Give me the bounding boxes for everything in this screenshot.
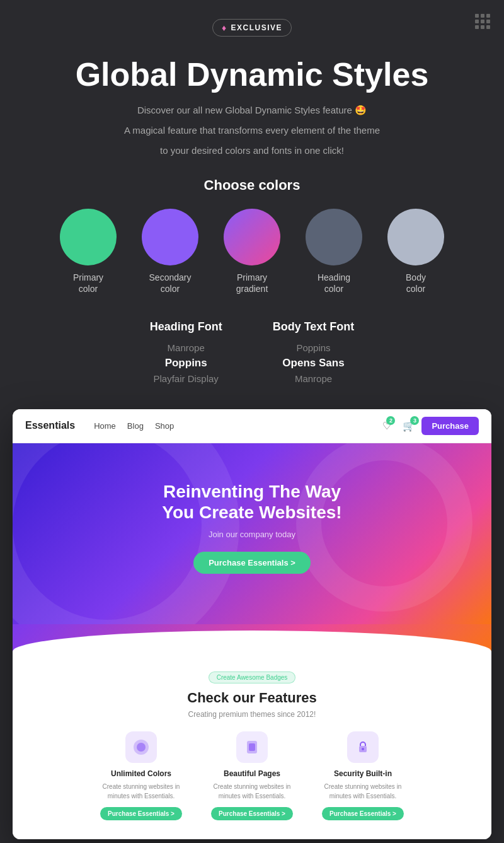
preview-card: Essentials Home Blog Shop ♡ 2 🛒 3 Purcha… <box>13 409 491 839</box>
heading-color-circle[interactable] <box>306 209 362 265</box>
feature-security-icon <box>347 731 379 763</box>
feature-security-title: Security Built-in <box>312 769 413 778</box>
body-color-label: Bodycolor <box>406 272 426 294</box>
preview-logo: Essentials <box>25 420 75 431</box>
color-item-primary: Primarycolor <box>57 209 120 294</box>
preview-purchase-button[interactable]: Purchase <box>421 417 479 435</box>
features-badge: Create Awesome Badges <box>209 671 296 683</box>
gradient-color-circle[interactable] <box>224 209 280 265</box>
feature-item-security: Security Built-in Create stunning websit… <box>312 731 413 820</box>
body-font-title: Body Text Font <box>273 320 355 334</box>
heading-font-title: Heading Font <box>150 320 222 334</box>
wave-divider <box>13 624 491 656</box>
nav-link-home[interactable]: Home <box>94 421 116 431</box>
primary-color-label: Primarycolor <box>73 272 103 294</box>
color-item-secondary: Secondarycolor <box>139 209 202 294</box>
preview-hero: Reinventing The Way You Create Websites!… <box>13 443 491 624</box>
feature-security-btn[interactable]: Purchase Essentials > <box>322 807 404 820</box>
subtitle-line3: to your desired colors and fonts in one … <box>69 143 435 158</box>
preview-nav-links: Home Blog Shop <box>94 421 370 431</box>
exclusive-badge: ♦ EXCLUSIVE <box>212 19 292 37</box>
choose-colors-title: Choose colors <box>13 177 491 194</box>
gradient-color-label: Primarygradient <box>236 272 268 294</box>
exclusive-label: EXCLUSIVE <box>231 23 283 32</box>
cart-icon[interactable]: 🛒 3 <box>403 420 415 432</box>
svg-rect-3 <box>249 743 255 751</box>
features-subtitle: Creating premium themes since 2012! <box>25 710 479 719</box>
body-font-column: Body Text Font Poppins Opens Sans Manrop… <box>273 320 355 384</box>
heading-font-column: Heading Font Manrope Poppins Playfair Di… <box>150 320 222 384</box>
preview-navbar: Essentials Home Blog Shop ♡ 2 🛒 3 Purcha… <box>13 409 491 443</box>
features-grid: Unlimited Colors Create stunning website… <box>25 731 479 820</box>
preview-nav-actions: ♡ 2 🛒 3 Purchase <box>382 417 479 435</box>
body-font-option-opensans[interactable]: Opens Sans <box>273 357 355 369</box>
feature-security-desc: Create stunning websites in minutes with… <box>312 782 413 801</box>
feature-colors-desc: Create stunning websites in minutes with… <box>91 782 192 801</box>
feature-pages-title: Beautiful Pages <box>202 769 302 778</box>
body-font-option-poppins[interactable]: Poppins <box>273 342 355 353</box>
wishlist-icon[interactable]: ♡ 2 <box>382 420 391 432</box>
feature-item-colors: Unlimited Colors Create stunning website… <box>91 731 192 820</box>
header-section: ♦ EXCLUSIVE Global Dynamic Styles Discov… <box>13 19 491 158</box>
color-circles-row: Primarycolor Secondarycolor Primarygradi… <box>13 209 491 294</box>
heading-font-option-playfair[interactable]: Playfair Display <box>150 373 222 384</box>
body-font-option-manrope[interactable]: Manrope <box>273 373 355 384</box>
main-title: Global Dynamic Styles <box>13 57 491 93</box>
preview-hero-title: Reinventing The Way You Create Websites! <box>32 481 472 523</box>
feature-pages-btn[interactable]: Purchase Essentials > <box>211 807 293 820</box>
subtitle-line2: A magical feature that transforms every … <box>69 123 435 138</box>
secondary-color-label: Secondarycolor <box>149 272 192 294</box>
page-wrapper: ♦ EXCLUSIVE Global Dynamic Styles Discov… <box>0 0 504 843</box>
feature-pages-desc: Create stunning websites in minutes with… <box>202 782 302 801</box>
secondary-color-circle[interactable] <box>142 209 198 265</box>
cart-badge: 3 <box>410 416 419 425</box>
wishlist-badge: 2 <box>386 416 395 425</box>
trellis-icon <box>475 14 490 29</box>
color-item-heading: Headingcolor <box>302 209 365 294</box>
nav-link-shop[interactable]: Shop <box>155 421 174 431</box>
preview-hero-subtitle: Join our company today <box>32 530 472 539</box>
preview-features-section: Create Awesome Badges Check our Features… <box>13 656 491 839</box>
feature-item-pages: Beautiful Pages Create stunning websites… <box>202 731 302 820</box>
fonts-section: Heading Font Manrope Poppins Playfair Di… <box>13 320 491 384</box>
features-title: Check our Features <box>25 690 479 706</box>
heading-font-option-manrope[interactable]: Manrope <box>150 342 222 353</box>
body-color-circle[interactable] <box>387 209 444 265</box>
heading-color-label: Headingcolor <box>318 272 350 294</box>
subtitle-line1: Discover our all new Global Dynamic Styl… <box>69 103 435 118</box>
feature-colors-title: Unlimited Colors <box>91 769 192 778</box>
color-item-gradient: Primarygradient <box>220 209 284 294</box>
choose-colors-section: Choose colors Primarycolor Secondarycolo… <box>13 177 491 294</box>
feature-colors-btn[interactable]: Purchase Essentials > <box>100 807 182 820</box>
nav-link-blog[interactable]: Blog <box>127 421 144 431</box>
primary-color-circle[interactable] <box>60 209 117 265</box>
color-item-body: Bodycolor <box>384 209 447 294</box>
svg-point-5 <box>362 748 364 750</box>
svg-point-1 <box>137 743 146 752</box>
feature-colors-icon <box>125 731 157 763</box>
preview-hero-cta-button[interactable]: Purchase Essentials > <box>193 552 311 574</box>
feature-pages-icon <box>236 731 268 763</box>
heading-font-option-poppins[interactable]: Poppins <box>150 357 222 369</box>
diamond-icon: ♦ <box>222 23 227 33</box>
